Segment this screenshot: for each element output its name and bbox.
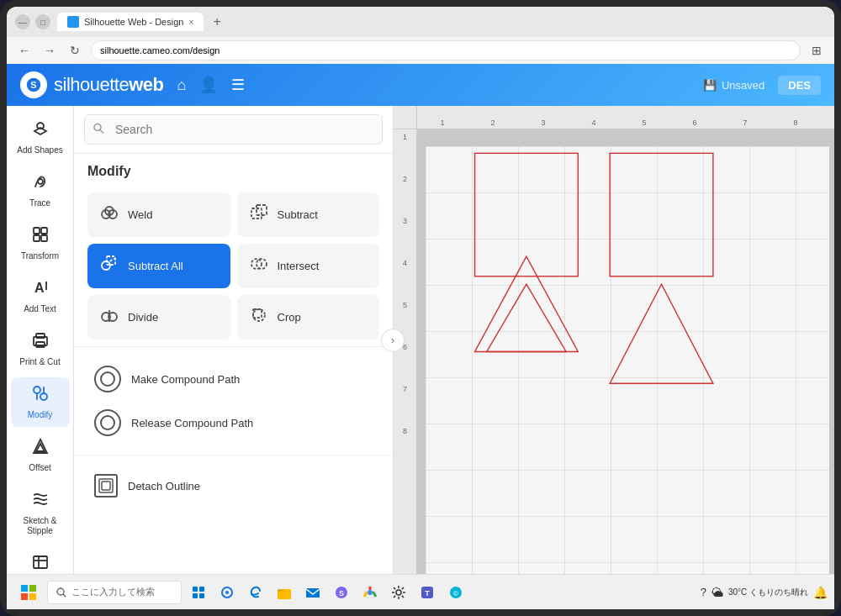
sidebar-item-sketch-stipple[interactable]: Sketch & Stipple xyxy=(11,483,70,543)
home-icon[interactable]: ⌂ xyxy=(177,76,186,94)
divide-btn[interactable]: Divide xyxy=(87,295,230,340)
svg-point-34 xyxy=(253,309,265,321)
svg-rect-63 xyxy=(21,593,28,600)
search-icon xyxy=(93,123,104,137)
detach-outline-btn[interactable]: Detach Outline xyxy=(87,466,379,506)
modify-grid: Weld Subtract xyxy=(74,186,393,346)
intersect-btn[interactable]: Intersect xyxy=(237,244,380,288)
taskbar-icon-store[interactable] xyxy=(185,579,212,606)
intersect-icon xyxy=(249,254,269,278)
ruler-v-4: 4 xyxy=(403,259,407,267)
make-compound-path-btn[interactable]: Make Compound Path xyxy=(87,357,379,401)
taskbar-icon-chrome[interactable] xyxy=(357,579,383,606)
address-bar[interactable] xyxy=(91,40,801,61)
maximize-btn[interactable]: □ xyxy=(35,14,50,29)
forward-btn[interactable]: → xyxy=(40,41,59,60)
taskbar-icon-settings[interactable] xyxy=(385,579,412,606)
ruler-h-5: 5 xyxy=(619,118,669,127)
svg-text:©: © xyxy=(453,590,458,598)
sidebar-item-trace[interactable]: Trace xyxy=(11,166,70,215)
browser-tab[interactable]: Silhouette Web - Design × xyxy=(57,13,204,31)
ruler-vertical: 1 2 3 4 5 6 7 8 xyxy=(394,129,417,574)
svg-point-20 xyxy=(94,124,101,131)
new-tab-btn[interactable]: + xyxy=(207,12,227,32)
svg-point-29 xyxy=(251,259,262,269)
ruler-h-3: 3 xyxy=(518,118,569,127)
ruler-h-7: 7 xyxy=(720,118,770,127)
main-layout: Add Shapes Trace xyxy=(7,106,834,574)
subtract-all-btn[interactable]: Subtract All xyxy=(87,244,230,288)
user-icon[interactable]: 👤 xyxy=(199,76,218,94)
taskbar-icon-teams[interactable]: T xyxy=(414,579,441,606)
refresh-btn[interactable]: ↻ xyxy=(66,41,84,60)
offset-label: Offset xyxy=(29,463,51,473)
system-tray: ? 🌥 30°C くもりのち晴れ 🔔 xyxy=(701,586,828,599)
sidebar-item-offset[interactable]: Offset xyxy=(11,430,70,480)
svg-rect-61 xyxy=(21,585,28,592)
sidebar-item-library[interactable]: Library xyxy=(11,546,70,574)
svg-rect-3 xyxy=(34,228,40,234)
minimize-btn[interactable]: — xyxy=(15,14,30,29)
sidebar-item-add-shapes[interactable]: Add Shapes xyxy=(11,113,70,162)
taskbar-search[interactable]: ここに入力して検索 xyxy=(47,581,182,604)
svg-point-27 xyxy=(102,261,110,270)
browser-titlebar: — □ Silhouette Web - Design × + xyxy=(7,7,834,37)
notification-icon[interactable]: 🔔 xyxy=(813,586,828,599)
sidebar-item-print-cut[interactable]: Print & Cut xyxy=(11,324,70,374)
question-icon[interactable]: ? xyxy=(701,586,706,598)
weld-btn[interactable]: Weld xyxy=(87,192,230,237)
svg-text:A: A xyxy=(34,281,45,295)
svg-point-72 xyxy=(225,591,229,594)
weld-label: Weld xyxy=(128,208,152,221)
ruler-v-5: 5 xyxy=(403,301,407,309)
panel-collapse-btn[interactable]: › xyxy=(381,329,405,352)
panel-title: Modify xyxy=(74,154,393,186)
taskbar-icon-cortana[interactable] xyxy=(214,579,241,606)
taskbar-icon-edge[interactable] xyxy=(242,579,269,606)
ruler-v-7: 7 xyxy=(403,385,407,393)
svg-rect-68 xyxy=(199,587,204,592)
svg-rect-57 xyxy=(610,153,713,276)
ruler-h-2: 2 xyxy=(468,118,518,127)
ruler-v-2: 2 xyxy=(403,175,407,183)
release-compound-path-btn[interactable]: Release Compound Path xyxy=(87,401,379,445)
svg-point-2 xyxy=(38,179,43,184)
sidebar-item-add-text[interactable]: A Add Text xyxy=(11,271,70,321)
release-compound-path-label: Release Compound Path xyxy=(131,417,253,429)
crop-btn[interactable]: Crop xyxy=(237,295,380,340)
back-btn[interactable]: ← xyxy=(15,41,34,60)
weld-icon xyxy=(99,203,119,227)
unsaved-label: Unsaved xyxy=(722,79,764,92)
svg-text:S: S xyxy=(339,589,344,598)
svg-rect-6 xyxy=(41,235,47,241)
taskbar: ここに入力して検索 xyxy=(7,574,834,609)
svg-text:T: T xyxy=(425,589,430,598)
taskbar-icon-app2[interactable]: © xyxy=(442,579,469,606)
sketch-stipple-label: Sketch & Stipple xyxy=(14,516,66,536)
svg-rect-5 xyxy=(34,235,40,241)
taskbar-start-btn[interactable] xyxy=(13,581,44,604)
tab-close-btn[interactable]: × xyxy=(188,18,193,27)
canvas-workspace[interactable] xyxy=(417,129,834,574)
taskbar-icon-explorer[interactable] xyxy=(271,579,298,606)
ruler-v-3: 3 xyxy=(403,217,407,225)
taskbar-icon-app1[interactable]: S xyxy=(328,579,355,606)
sidebar-item-transform[interactable]: Transform xyxy=(11,218,70,268)
extensions-btn[interactable]: ⊞ xyxy=(807,41,826,60)
svg-rect-75 xyxy=(306,588,320,598)
menu-icon[interactable]: ☰ xyxy=(231,76,245,94)
weather-temp: 30°C くもりのち晴れ xyxy=(728,587,808,598)
header-icons: ⌂ 👤 ☰ xyxy=(177,76,245,94)
sidebar-item-modify[interactable]: Modify xyxy=(11,377,70,427)
subtract-btn[interactable]: Subtract xyxy=(237,192,380,237)
subtract-all-label: Subtract All xyxy=(128,260,183,272)
svg-rect-74 xyxy=(278,589,283,592)
ruler-v-8: 8 xyxy=(403,427,407,435)
svg-rect-11 xyxy=(36,334,45,338)
detach-section: Detach Outline xyxy=(74,455,393,516)
svg-point-80 xyxy=(396,590,401,595)
detach-outline-icon xyxy=(94,474,118,498)
taskbar-icon-mail[interactable] xyxy=(299,579,326,606)
ruler-horizontal: 1 2 3 4 5 6 7 8 xyxy=(417,106,834,129)
search-input[interactable] xyxy=(84,114,383,145)
